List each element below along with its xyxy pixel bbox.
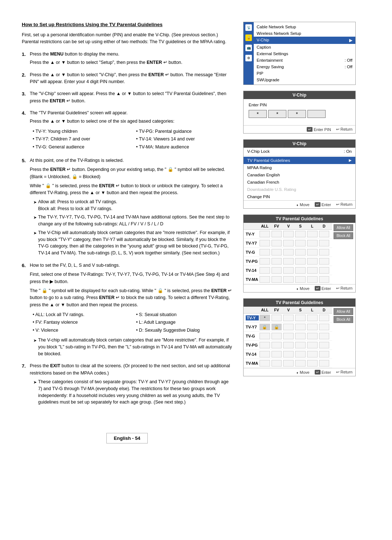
allow-all-btn-2[interactable]: Allow All bbox=[334, 308, 353, 315]
main-content: How to Set up Restrictions Using the TV … bbox=[22, 22, 232, 443]
canadian-french-label: Canadian French bbox=[247, 180, 279, 184]
col-ALL-l: ALL bbox=[259, 308, 271, 312]
setup-item-energy-val: : Off bbox=[344, 65, 352, 69]
allow-all-btn[interactable]: Allow All bbox=[334, 224, 353, 231]
cell-tv14-d bbox=[319, 267, 330, 274]
setup-item-external: External Settings bbox=[254, 50, 355, 57]
row-label-tvpg-l: TV-PG bbox=[246, 343, 259, 347]
footer-wrap: English - 54 bbox=[22, 418, 232, 443]
cell-tvy-s-l bbox=[295, 315, 306, 321]
cell-tvg-fv bbox=[271, 249, 282, 255]
page-title: How to Set up Restrictions Using the TV … bbox=[22, 22, 232, 27]
bullet-d: D: Sexually Suggestive Dialog bbox=[136, 327, 232, 334]
cell-tvpg-all-l bbox=[260, 342, 270, 348]
cell-tvy7-fv-l: 🔒 bbox=[271, 324, 282, 330]
cell-tvpg-l-l bbox=[307, 342, 318, 348]
step-5-num: 5. bbox=[22, 157, 30, 258]
change-pin-item[interactable]: Change PIN bbox=[244, 193, 355, 200]
step-2-num: 2. bbox=[22, 71, 30, 87]
cell-tv14-l-l bbox=[307, 351, 318, 357]
cell-tvg-s bbox=[295, 249, 306, 255]
setup-item-vchip[interactable]: V-Chip ▶ bbox=[254, 37, 355, 44]
enter-label: Enter bbox=[322, 202, 331, 207]
tv-parental-panel-locks: TV Parental Guidelines ALL FV V S L D TV… bbox=[243, 298, 356, 376]
row-tv14-locks: TV-14 bbox=[244, 350, 332, 359]
row-label-tvg: TV-G bbox=[246, 250, 259, 254]
step-2-content: Press the ▲ or ▼ button to select "V-Chi… bbox=[30, 71, 232, 87]
cell-tvg-all-l bbox=[260, 333, 270, 339]
block-all-btn-2[interactable]: Block All bbox=[334, 316, 353, 323]
cell-tvg-s-l bbox=[295, 333, 306, 339]
step-5-content: At this point, one of the TV-Ratings is … bbox=[30, 157, 232, 258]
row-tvma-empty: TV-MA bbox=[244, 275, 332, 284]
step-7-content: Press the EXIT button to clear all the s… bbox=[30, 363, 232, 408]
cell-tvy-fv bbox=[271, 231, 282, 237]
tv-parental-locks-content: ALL FV V S L D TV-Y * bbox=[244, 307, 355, 368]
cell-tvpg-all bbox=[260, 258, 270, 265]
cell-tv14-v bbox=[283, 267, 294, 274]
canadian-french-item[interactable]: Canadian French bbox=[244, 179, 355, 186]
cell-tvy7-s bbox=[295, 240, 306, 246]
cell-tvma-v bbox=[283, 276, 294, 283]
row-tvy-empty: TV-Y bbox=[244, 230, 332, 239]
step-3-content: The "V-Chip" screen will appear. Press t… bbox=[30, 90, 232, 106]
cell-tvy-d bbox=[319, 231, 330, 237]
step-6-num: 6. bbox=[22, 262, 30, 359]
bullet-v: V: Violence bbox=[33, 327, 129, 334]
cell-tvma-d-l bbox=[319, 360, 330, 367]
cell-tvpg-s-l bbox=[295, 342, 306, 348]
vchip-pin-body: Enter PIN * * * bbox=[244, 99, 355, 125]
step-3-line-1: The "V-Chip" screen will appear. Press t… bbox=[30, 90, 232, 105]
col-D: D bbox=[318, 224, 330, 228]
setup-menu: 📡 🔒 📺 ⚙ Cable Network Setup Wireless Net… bbox=[244, 22, 355, 85]
tv-parental-item[interactable]: TV Parental Guidelines ▶ bbox=[244, 157, 355, 164]
setup-item-vchip-label: V-Chip bbox=[257, 38, 269, 43]
bullet-tvy: TV-Y: Young children bbox=[33, 128, 129, 135]
cell-tvpg-v-l bbox=[283, 342, 294, 348]
cell-tvg-fv-l bbox=[271, 333, 282, 339]
enter-label-5: Enter bbox=[322, 370, 331, 375]
bullet-tvy7: TV-Y7: Children 7 and over bbox=[33, 136, 129, 143]
step-4-num: 4. bbox=[22, 110, 30, 154]
setup-item-entertainment-label: Entertainment bbox=[257, 58, 283, 62]
step-6-content: How to set the FV, D, L, S and V sub-rat… bbox=[30, 262, 232, 359]
cell-tv14-v-l bbox=[283, 351, 294, 357]
setup-sidebar-icons: 📡 🔒 📺 ⚙ bbox=[244, 22, 254, 85]
step-7-intro: Press the EXIT button to clear all the s… bbox=[30, 363, 232, 377]
tbl-side-btns-empty: Allow All Block All bbox=[332, 223, 355, 284]
cell-tvy7-d bbox=[319, 240, 330, 246]
setup-item-caption: Caption bbox=[254, 44, 355, 50]
step-6-bullets: ALL: Lock all TV ratings. S: Sexual situ… bbox=[33, 311, 232, 334]
vchip-menu-title: V-Chip bbox=[244, 140, 355, 148]
canadian-english-item[interactable]: Canadian English bbox=[244, 171, 355, 179]
row-label-tvy7-l: TV-Y7 bbox=[246, 325, 259, 329]
step-5-bullet-2: The TV-Y, TV-Y7, TV-G, TV-PG, TV-14 and … bbox=[33, 214, 232, 228]
intro-text: First, set up a personal identification … bbox=[22, 32, 232, 46]
block-all-btn[interactable]: Block All bbox=[334, 232, 353, 239]
cell-tvy-all bbox=[260, 231, 270, 237]
cell-tvg-l-l bbox=[307, 333, 318, 339]
return-footer-label: ↩ Return bbox=[336, 127, 352, 132]
setup-item-cable-label: Cable Network Setup bbox=[257, 25, 296, 29]
vchip-lock-label: V-Chip Lock bbox=[247, 149, 270, 154]
tvy7-all-icon: 🔒 bbox=[262, 325, 267, 330]
step-2-line-1: Press the ▲ or ▼ button to select "V-Chi… bbox=[30, 71, 232, 86]
tv-parental-locks-title: TV Parental Guidelines bbox=[244, 299, 355, 307]
cell-tvy-all-l: * bbox=[260, 315, 270, 321]
footer-return: ↩ Return bbox=[336, 127, 352, 132]
cell-tvma-all bbox=[260, 276, 270, 283]
cell-tv14-all bbox=[260, 267, 270, 274]
tv-parental-locks-table: ALL FV V S L D TV-Y * bbox=[244, 307, 332, 368]
cell-tvy7-v-l bbox=[283, 324, 294, 330]
row-tvy7-empty: TV-Y7 bbox=[244, 239, 332, 248]
col-FV-l: FV bbox=[271, 308, 283, 312]
row-tvg-locks: TV-G bbox=[244, 332, 332, 341]
col-L-l: L bbox=[306, 308, 318, 312]
cell-tv14-fv-l bbox=[271, 351, 282, 357]
footer-enter-4: ↵ Enter bbox=[315, 286, 331, 291]
step-4-bullets: TV-Y: Young children TV-PG: Parental gui… bbox=[33, 128, 232, 151]
step-4-intro: The "TV Parental Guidelines" screen will… bbox=[30, 110, 232, 116]
mpaa-rating-item[interactable]: MPAA Rating bbox=[244, 164, 355, 171]
tvy7-fv-icon: 🔒 bbox=[274, 325, 279, 330]
col-S-l: S bbox=[294, 308, 306, 312]
